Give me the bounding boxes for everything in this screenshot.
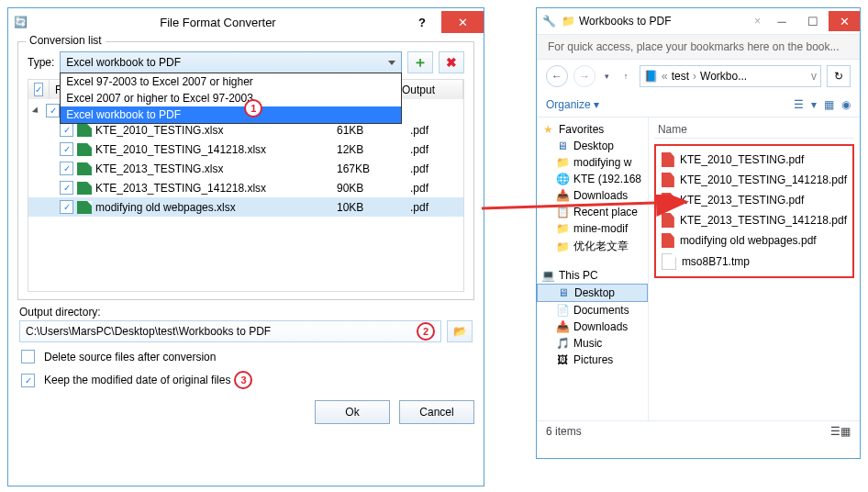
desktop-icon: 🖥 bbox=[556, 286, 571, 299]
x-icon: ✖ bbox=[446, 55, 457, 70]
thumb-view-icon[interactable]: ▦ bbox=[840, 425, 851, 438]
file-name: KTE_2013_TESTING.xlsx bbox=[95, 162, 337, 175]
help-button[interactable]: ? bbox=[403, 11, 441, 33]
conversion-list-group: Conversion list Type: Excel workbook to … bbox=[17, 41, 474, 300]
tree-item-selected[interactable]: 🖥Desktop bbox=[537, 284, 648, 302]
tree-item[interactable]: 📥Downloads bbox=[537, 319, 648, 335]
delete-checkbox[interactable]: ✓ bbox=[21, 350, 35, 363]
file-name: mso8B71.tmp bbox=[682, 255, 750, 268]
tree-favorites[interactable]: ★Favorites bbox=[537, 121, 648, 138]
converter-window: 🔄 File Format Converter ? ✕ Conversion l… bbox=[7, 7, 484, 486]
cancel-button[interactable]: Cancel bbox=[399, 400, 474, 424]
tree-item[interactable]: 📁modifying w bbox=[537, 154, 648, 171]
pdf-icon bbox=[662, 213, 674, 228]
file-output: .pdf bbox=[410, 124, 463, 137]
col-name[interactable]: Name bbox=[654, 121, 854, 139]
row-checkbox[interactable]: ✓ bbox=[46, 104, 60, 117]
tree-item[interactable]: 📁优化老文章 bbox=[537, 237, 648, 256]
downloads-icon: 📥 bbox=[555, 189, 570, 202]
row-checkbox[interactable]: ✓ bbox=[60, 200, 73, 214]
breadcrumb[interactable]: 📘 « test › Workbo... v bbox=[640, 65, 821, 87]
table-row[interactable]: ✓ KTE_2010_TESTING_141218.xlsx 12KB .pdf bbox=[28, 140, 463, 159]
tree-item[interactable]: 📥Downloads bbox=[537, 187, 648, 204]
table-row[interactable]: ✓ KTE_2013_TESTING.xlsx 167KB .pdf bbox=[28, 159, 463, 178]
close-button[interactable]: ✕ bbox=[829, 11, 860, 31]
remove-button[interactable]: ✖ bbox=[439, 51, 464, 73]
drive-icon: 📘 bbox=[644, 70, 658, 83]
pdf-icon bbox=[662, 233, 674, 248]
tree-item[interactable]: 🎵Music bbox=[537, 335, 648, 352]
back-button[interactable]: ← bbox=[546, 65, 568, 87]
table-row[interactable]: ✓ modifying old webpages.xlsx 10KB .pdf bbox=[28, 197, 463, 217]
list-item[interactable]: KTE_2013_TESTING_141218.pdf bbox=[660, 210, 849, 230]
file-size: 167KB bbox=[337, 162, 410, 175]
tree-item[interactable]: 📄Documents bbox=[537, 302, 648, 319]
dropdown-option[interactable]: Excel 97-2003 to Excel 2007 or higher bbox=[61, 73, 401, 90]
browse-button[interactable]: 📂 bbox=[447, 320, 473, 342]
file-icon bbox=[662, 253, 676, 270]
row-checkbox[interactable]: ✓ bbox=[60, 181, 73, 195]
tab-title[interactable]: Workbooks to PDF bbox=[579, 15, 754, 28]
file-size: 61KB bbox=[337, 124, 410, 137]
up-button[interactable]: ↑ bbox=[618, 66, 634, 86]
tree-item[interactable]: 🌐KTE (192.168 bbox=[537, 171, 648, 187]
forward-button[interactable]: → bbox=[573, 65, 595, 87]
table-row[interactable]: ✓ KTE_2013_TESTING_141218.xlsx 90KB .pdf bbox=[28, 178, 463, 197]
file-name: KTE_2010_TESTING.xlsx bbox=[95, 124, 337, 137]
badge-3: 3 bbox=[234, 371, 252, 389]
pdf-icon bbox=[662, 152, 674, 167]
row-checkbox[interactable]: ✓ bbox=[60, 142, 73, 156]
header-checkbox[interactable]: ✓ bbox=[34, 83, 43, 96]
view-icon[interactable]: ☰ bbox=[794, 98, 804, 111]
add-button[interactable]: ＋ bbox=[407, 51, 433, 73]
tree-item[interactable]: 📁mine-modif bbox=[537, 220, 648, 237]
row-checkbox[interactable]: ✓ bbox=[60, 123, 73, 137]
file-list-pane: Name KTE_2010_TESTING.pdfKTE_2010_TESTIN… bbox=[649, 117, 860, 420]
excel-icon bbox=[77, 124, 92, 137]
delete-label: Delete source files after conversion bbox=[44, 351, 216, 363]
file-output: .pdf bbox=[410, 143, 463, 156]
preview-icon[interactable]: ▦ bbox=[824, 98, 834, 111]
folder-icon: 📁 bbox=[562, 15, 575, 28]
file-size: 12KB bbox=[337, 143, 410, 156]
organize-menu[interactable]: Organize ▾ bbox=[546, 98, 599, 111]
history-dropdown[interactable]: ▾ bbox=[601, 66, 612, 86]
wrench-icon[interactable]: 🔧 bbox=[542, 15, 556, 28]
list-item[interactable]: mso8B71.tmp bbox=[660, 251, 849, 273]
maximize-button[interactable]: ☐ bbox=[797, 11, 829, 31]
list-item[interactable]: modifying old webpages.pdf bbox=[660, 230, 849, 251]
row-checkbox[interactable]: ✓ bbox=[60, 162, 73, 175]
refresh-button[interactable]: ↻ bbox=[827, 65, 851, 87]
list-item[interactable]: KTE_2010_TESTING_141218.pdf bbox=[660, 170, 849, 190]
details-view-icon[interactable]: ☰ bbox=[830, 425, 840, 438]
tab-close-icon[interactable]: × bbox=[754, 15, 761, 28]
tree-thispc[interactable]: 💻This PC bbox=[537, 267, 648, 284]
excel-icon bbox=[77, 182, 92, 195]
keep-checkbox[interactable]: ✓ bbox=[21, 374, 35, 387]
folder-icon: 📁 bbox=[555, 240, 570, 253]
file-name: KTE_2013_TESTING.pdf bbox=[680, 194, 804, 207]
documents-icon: 📄 bbox=[555, 304, 570, 317]
list-item[interactable]: KTE_2010_TESTING.pdf bbox=[660, 150, 849, 170]
tree-item[interactable]: 🖥Desktop bbox=[537, 138, 648, 154]
dropdown-option[interactable]: Excel 2007 or higher to Excel 97-2003 bbox=[61, 90, 401, 106]
tree-item[interactable]: 📋Recent place bbox=[537, 204, 648, 220]
tree-item[interactable]: 🖼Pictures bbox=[537, 352, 648, 368]
keep-label: Keep the modified date of original files bbox=[44, 374, 230, 386]
file-size: 10KB bbox=[337, 201, 410, 214]
expand-icon[interactable] bbox=[32, 106, 40, 115]
dropdown-option-selected[interactable]: Excel workbook to PDF 1 bbox=[61, 106, 401, 123]
list-item[interactable]: KTE_2013_TESTING.pdf bbox=[660, 190, 849, 210]
close-button[interactable]: ✕ bbox=[441, 11, 484, 33]
navbar: ← → ▾ ↑ 📘 « test › Workbo... v ↻ bbox=[537, 60, 860, 93]
minimize-button[interactable]: ─ bbox=[766, 11, 797, 31]
ok-button[interactable]: Ok bbox=[315, 400, 390, 424]
toolbar: Organize ▾ ☰ ▾ ▦ ◉ bbox=[537, 93, 860, 117]
nav-tree: ★Favorites 🖥Desktop 📁modifying w 🌐KTE (1… bbox=[537, 117, 649, 420]
bookmark-bar: For quick access, place your bookmarks h… bbox=[537, 35, 860, 60]
view-dropdown-icon[interactable]: ▾ bbox=[811, 98, 817, 111]
help-icon[interactable]: ◉ bbox=[841, 98, 851, 111]
output-dir-input[interactable]: C:\Users\MarsPC\Desktop\test\Workbooks t… bbox=[19, 320, 441, 342]
pictures-icon: 🖼 bbox=[555, 353, 570, 366]
type-dropdown[interactable]: Excel workbook to PDF Excel 97-2003 to E… bbox=[60, 51, 402, 73]
